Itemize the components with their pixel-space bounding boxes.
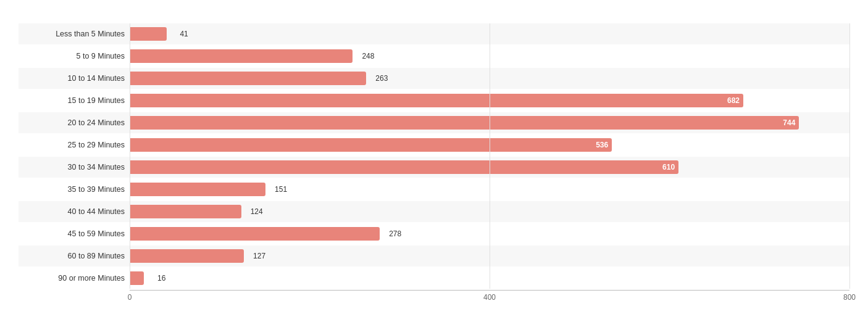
bar-row: 60 to 89 Minutes127	[19, 246, 849, 266]
bar-label: 30 to 34 Minutes	[19, 163, 130, 171]
bar-label: 60 to 89 Minutes	[19, 252, 130, 260]
bar-row: 20 to 24 Minutes744	[19, 112, 849, 133]
bar: 744	[130, 116, 799, 130]
bar-value: 278	[389, 229, 401, 238]
bar-row: 5 to 9 Minutes248	[19, 46, 849, 67]
bar-value: 151	[275, 185, 287, 194]
page-container: Less than 5 Minutes415 to 9 Minutes24810…	[19, 12, 849, 305]
x-axis-tick: 400	[483, 293, 496, 302]
bar-label: 45 to 59 Minutes	[19, 229, 130, 238]
bar-container: 536	[130, 137, 849, 153]
bar: 16	[130, 271, 144, 285]
bar-label: 90 or more Minutes	[19, 274, 130, 283]
bar-row: 90 or more Minutes16	[19, 268, 849, 289]
grid-line	[849, 23, 850, 289]
bar-value: 124	[251, 207, 263, 216]
bar-container: 610	[130, 159, 849, 175]
bar-value: 248	[362, 52, 374, 60]
bar-row: 10 to 14 Minutes263	[19, 68, 849, 89]
bar-label: 15 to 19 Minutes	[19, 96, 130, 105]
bar-row: 40 to 44 Minutes124	[19, 201, 849, 222]
bar: 127	[130, 249, 244, 263]
bar-container: 682	[130, 93, 849, 109]
bar-label: 10 to 14 Minutes	[19, 74, 130, 83]
bar-label: 35 to 39 Minutes	[19, 185, 130, 194]
bar-label: 25 to 29 Minutes	[19, 141, 130, 149]
bar: 536	[130, 138, 612, 152]
bar-label: 20 to 24 Minutes	[19, 118, 130, 127]
bar-value: 744	[783, 118, 795, 127]
x-axis-tick: 800	[843, 293, 856, 302]
bar-row: 45 to 59 Minutes278	[19, 223, 849, 244]
bar-row: 30 to 34 Minutes610	[19, 157, 849, 178]
bar-container: 16	[130, 270, 849, 286]
x-axis-tick: 0	[128, 293, 132, 302]
bar-label: Less than 5 Minutes	[19, 30, 130, 38]
chart-body: Less than 5 Minutes415 to 9 Minutes24810…	[19, 23, 849, 305]
bar: 124	[130, 205, 241, 218]
bar-row: 35 to 39 Minutes151	[19, 179, 849, 200]
bar-label: 5 to 9 Minutes	[19, 52, 130, 60]
bar-container: 41	[130, 26, 849, 42]
bar: 610	[130, 160, 678, 174]
bar-value: 682	[727, 96, 740, 105]
bar-value: 16	[157, 274, 165, 283]
bar-container: 744	[130, 115, 849, 131]
bars-section: Less than 5 Minutes415 to 9 Minutes24810…	[19, 23, 849, 289]
bar-value: 41	[180, 30, 188, 38]
bar: 278	[130, 227, 380, 241]
bar-row: 25 to 29 Minutes536	[19, 134, 849, 155]
bar-label: 40 to 44 Minutes	[19, 207, 130, 216]
bar-container: 248	[130, 48, 849, 64]
bar-container: 263	[130, 70, 849, 86]
bar: 41	[130, 27, 167, 41]
bar-value: 536	[596, 141, 608, 149]
bar: 263	[130, 72, 366, 85]
bar-value: 610	[662, 163, 675, 171]
bar-row: 15 to 19 Minutes682	[19, 90, 849, 111]
bar: 682	[130, 94, 743, 107]
bar-container: 124	[130, 204, 849, 220]
bar-row: Less than 5 Minutes41	[19, 23, 849, 44]
bar-value: 127	[253, 252, 265, 260]
bar-container: 278	[130, 226, 849, 242]
bar-container: 151	[130, 181, 849, 197]
bar-value: 263	[375, 74, 388, 83]
x-axis-section: 0400800	[130, 290, 849, 305]
bar: 151	[130, 183, 265, 196]
bar-container: 127	[130, 248, 849, 264]
bar: 248	[130, 49, 353, 63]
